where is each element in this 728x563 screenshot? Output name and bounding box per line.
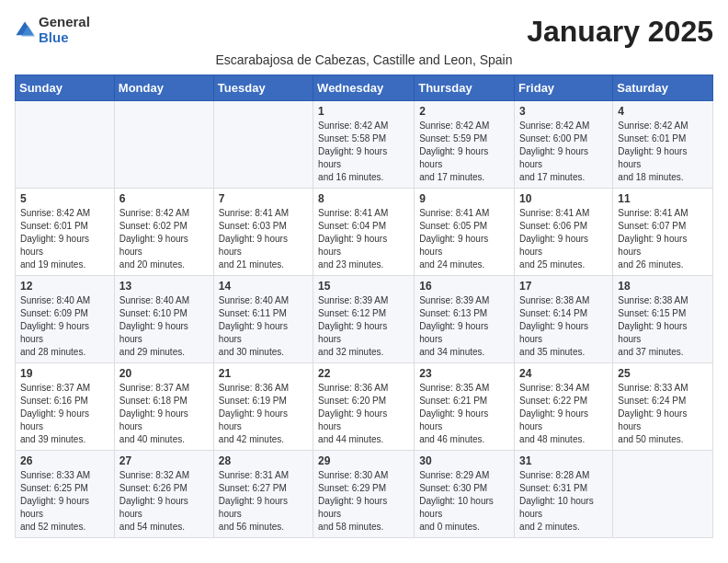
calendar-cell: 15Sunrise: 8:39 AMSunset: 6:12 PMDayligh… [313,276,415,363]
day-info: Sunrise: 8:42 AMSunset: 6:02 PMDaylight:… [119,207,209,271]
day-number: 1 [318,105,409,118]
calendar-cell: 21Sunrise: 8:36 AMSunset: 6:19 PMDayligh… [213,363,313,451]
calendar-cell: 29Sunrise: 8:30 AMSunset: 6:29 PMDayligh… [313,451,415,538]
day-number: 20 [119,367,209,380]
day-number: 26 [20,454,109,467]
day-number: 25 [618,367,708,380]
day-info: Sunrise: 8:37 AMSunset: 6:16 PMDaylight:… [20,382,109,446]
logo-text-blue: Blue [39,30,90,46]
day-number: 24 [519,367,608,380]
day-number: 2 [419,105,509,118]
calendar-cell: 4Sunrise: 8:42 AMSunset: 6:01 PMDaylight… [613,101,713,189]
day-info: Sunrise: 8:33 AMSunset: 6:25 PMDaylight:… [20,469,109,534]
calendar-cell: 30Sunrise: 8:29 AMSunset: 6:30 PMDayligh… [415,451,515,538]
day-info: Sunrise: 8:35 AMSunset: 6:21 PMDaylight:… [419,382,509,446]
day-number: 10 [519,192,608,205]
calendar-cell: 10Sunrise: 8:41 AMSunset: 6:06 PMDayligh… [515,189,613,276]
day-number: 28 [219,454,308,467]
day-info: Sunrise: 8:40 AMSunset: 6:11 PMDaylight:… [219,294,308,359]
day-info: Sunrise: 8:38 AMSunset: 6:15 PMDaylight:… [618,294,708,359]
day-info: Sunrise: 8:42 AMSunset: 6:01 PMDaylight:… [618,120,708,184]
day-info: Sunrise: 8:40 AMSunset: 6:10 PMDaylight:… [119,294,209,359]
col-header-wednesday: Wednesday [313,75,415,101]
calendar-cell [16,101,115,189]
calendar-cell: 7Sunrise: 8:41 AMSunset: 6:03 PMDaylight… [213,189,313,276]
logo-text-general: General [39,15,90,30]
day-info: Sunrise: 8:36 AMSunset: 6:20 PMDaylight:… [318,382,409,446]
day-number: 8 [318,192,409,205]
calendar-cell: 20Sunrise: 8:37 AMSunset: 6:18 PMDayligh… [114,363,213,451]
day-number: 14 [219,280,308,293]
day-info: Sunrise: 8:42 AMSunset: 5:59 PMDaylight:… [419,120,509,184]
calendar-cell: 27Sunrise: 8:32 AMSunset: 6:26 PMDayligh… [114,451,213,538]
calendar-cell: 11Sunrise: 8:41 AMSunset: 6:07 PMDayligh… [613,189,713,276]
day-number: 3 [519,105,608,118]
day-info: Sunrise: 8:29 AMSunset: 6:30 PMDaylight:… [419,469,509,534]
col-header-monday: Monday [114,75,213,101]
calendar-cell: 19Sunrise: 8:37 AMSunset: 6:16 PMDayligh… [16,363,115,451]
col-header-tuesday: Tuesday [213,75,313,101]
day-number: 5 [20,192,109,205]
day-number: 23 [419,367,509,380]
calendar-cell: 8Sunrise: 8:41 AMSunset: 6:04 PMDaylight… [313,189,415,276]
calendar-cell: 18Sunrise: 8:38 AMSunset: 6:15 PMDayligh… [613,276,713,363]
calendar-cell: 13Sunrise: 8:40 AMSunset: 6:10 PMDayligh… [114,276,213,363]
day-info: Sunrise: 8:30 AMSunset: 6:29 PMDaylight:… [318,469,409,534]
logo: General Blue [15,15,90,45]
calendar-cell: 12Sunrise: 8:40 AMSunset: 6:09 PMDayligh… [16,276,115,363]
calendar-cell: 6Sunrise: 8:42 AMSunset: 6:02 PMDaylight… [114,189,213,276]
day-info: Sunrise: 8:41 AMSunset: 6:04 PMDaylight:… [318,207,409,271]
calendar-cell: 28Sunrise: 8:31 AMSunset: 6:27 PMDayligh… [213,451,313,538]
day-number: 9 [419,192,509,205]
day-info: Sunrise: 8:42 AMSunset: 5:58 PMDaylight:… [318,120,409,184]
calendar-table: SundayMondayTuesdayWednesdayThursdayFrid… [15,75,713,538]
day-number: 22 [318,367,409,380]
day-number: 4 [618,105,708,118]
day-info: Sunrise: 8:42 AMSunset: 6:01 PMDaylight:… [20,207,109,271]
day-info: Sunrise: 8:37 AMSunset: 6:18 PMDaylight:… [119,382,209,446]
day-info: Sunrise: 8:28 AMSunset: 6:31 PMDaylight:… [519,469,608,534]
calendar-cell [613,451,713,538]
day-info: Sunrise: 8:39 AMSunset: 6:13 PMDaylight:… [419,294,509,359]
day-number: 7 [219,192,308,205]
day-info: Sunrise: 8:41 AMSunset: 6:06 PMDaylight:… [519,207,608,271]
calendar-cell: 3Sunrise: 8:42 AMSunset: 6:00 PMDaylight… [515,101,613,189]
calendar-cell: 16Sunrise: 8:39 AMSunset: 6:13 PMDayligh… [415,276,515,363]
day-info: Sunrise: 8:33 AMSunset: 6:24 PMDaylight:… [618,382,708,446]
day-number: 12 [20,280,109,293]
col-header-sunday: Sunday [16,75,115,101]
day-number: 31 [519,454,608,467]
day-number: 16 [419,280,509,293]
logo-icon [15,20,35,40]
day-number: 30 [419,454,509,467]
calendar-cell: 5Sunrise: 8:42 AMSunset: 6:01 PMDaylight… [16,189,115,276]
calendar-cell [213,101,313,189]
day-number: 17 [519,280,608,293]
day-info: Sunrise: 8:41 AMSunset: 6:07 PMDaylight:… [618,207,708,271]
calendar-cell: 22Sunrise: 8:36 AMSunset: 6:20 PMDayligh… [313,363,415,451]
day-info: Sunrise: 8:41 AMSunset: 6:03 PMDaylight:… [219,207,308,271]
day-info: Sunrise: 8:34 AMSunset: 6:22 PMDaylight:… [519,382,608,446]
location-subtitle: Escarabajosa de Cabezas, Castille and Le… [15,52,713,67]
day-number: 19 [20,367,109,380]
day-info: Sunrise: 8:31 AMSunset: 6:27 PMDaylight:… [219,469,308,534]
col-header-saturday: Saturday [613,75,713,101]
day-number: 6 [119,192,209,205]
page-title: January 2025 [527,15,713,49]
calendar-cell: 9Sunrise: 8:41 AMSunset: 6:05 PMDaylight… [415,189,515,276]
day-number: 27 [119,454,209,467]
day-number: 11 [618,192,708,205]
day-info: Sunrise: 8:41 AMSunset: 6:05 PMDaylight:… [419,207,509,271]
day-number: 13 [119,280,209,293]
calendar-cell: 23Sunrise: 8:35 AMSunset: 6:21 PMDayligh… [415,363,515,451]
calendar-cell: 25Sunrise: 8:33 AMSunset: 6:24 PMDayligh… [613,363,713,451]
day-number: 15 [318,280,409,293]
day-info: Sunrise: 8:39 AMSunset: 6:12 PMDaylight:… [318,294,409,359]
day-info: Sunrise: 8:40 AMSunset: 6:09 PMDaylight:… [20,294,109,359]
calendar-cell: 24Sunrise: 8:34 AMSunset: 6:22 PMDayligh… [515,363,613,451]
day-info: Sunrise: 8:42 AMSunset: 6:00 PMDaylight:… [519,120,608,184]
calendar-cell: 2Sunrise: 8:42 AMSunset: 5:59 PMDaylight… [415,101,515,189]
day-info: Sunrise: 8:32 AMSunset: 6:26 PMDaylight:… [119,469,209,534]
day-number: 29 [318,454,409,467]
calendar-cell: 17Sunrise: 8:38 AMSunset: 6:14 PMDayligh… [515,276,613,363]
